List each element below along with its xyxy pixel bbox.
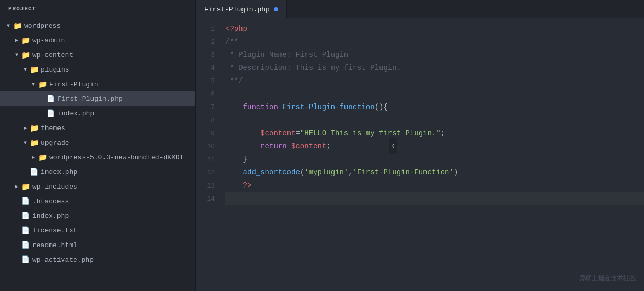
code-line-14 <box>225 192 644 205</box>
folder-icon: 📁 <box>21 51 30 60</box>
tree-item-label: First-Plugin.php <box>58 95 123 103</box>
folder-arrow: ▼ <box>4 23 13 29</box>
tree-item-label: index.php <box>41 168 77 176</box>
tab-first-plugin-php[interactable]: First-Plugin.php <box>196 0 287 18</box>
token-comment-star: * Description: This is my first Plugin. <box>225 62 401 75</box>
tree-item-wp-includes[interactable]: ▶📁wp-includes <box>0 179 196 194</box>
tree-item-wp-activate-php[interactable]: 📄wp-activate.php <box>0 252 196 267</box>
tree-item-label: upgrade <box>41 139 70 147</box>
folder-arrow: ▼ <box>21 67 29 73</box>
sidebar-collapse-button[interactable]: ❮ <box>389 138 397 154</box>
tree-item-label: wp-content <box>32 51 73 59</box>
code-line-13: ?> <box>225 179 644 192</box>
token-plain: ; <box>441 127 445 140</box>
code-editor[interactable]: 1234567891011121314 <?php/** * Plugin Na… <box>196 18 644 291</box>
tree-item-wp-admin[interactable]: ▶📁wp-admin <box>0 33 196 48</box>
folder-icon: 📁 <box>21 182 30 191</box>
file-php-icon: 📄 <box>46 95 55 103</box>
token-plain <box>225 179 243 192</box>
folder-icon: 📁 <box>29 65 39 74</box>
tree-item-label: themes <box>41 124 65 132</box>
token-plain <box>225 153 243 166</box>
token-plain <box>225 127 260 140</box>
tree-item-wordpress-bundled[interactable]: ▶📁wordpress-5.0.3-new-bundled-dKXDI <box>0 150 196 165</box>
token-comment-star: * Plugin Name: First Plugin <box>225 49 348 62</box>
folder-arrow: ▼ <box>13 52 21 58</box>
token-plain <box>225 101 243 114</box>
code-line-6 <box>225 88 644 101</box>
token-param-str: 'First-Plugin-Function' <box>353 166 454 179</box>
editor-area: First-Plugin.php 1234567891011121314 <?p… <box>196 0 644 291</box>
line-number-3: 3 <box>200 49 215 62</box>
tree-item-index-php-plugin[interactable]: 📄index.php <box>0 106 196 121</box>
tree-item-label: wordpress-5.0.3-new-bundled-dKXDI <box>49 154 183 161</box>
code-line-7: function First-Plugin-function(){ <box>225 101 644 114</box>
line-number-10: 10 <box>200 140 215 153</box>
token-return: return <box>260 140 286 153</box>
file-tree: ▼📁wordpress▶📁wp-admin▼📁wp-content▼📁plugi… <box>0 18 196 267</box>
tree-item-wp-content[interactable]: ▼📁wp-content <box>0 48 196 62</box>
file-icon: 📄 <box>21 212 30 220</box>
file-icon: 📄 <box>21 226 30 235</box>
folder-icon: 📁 <box>13 21 22 30</box>
tree-item-upgrade[interactable]: ▼📁upgrade <box>0 135 196 150</box>
tree-item-license-txt[interactable]: 📄license.txt <box>0 223 196 238</box>
tree-item-first-plugin[interactable]: ▼📁First-Plugin <box>0 77 196 91</box>
tree-item-label: index.php <box>58 110 94 118</box>
tree-item-themes[interactable]: ▶📁themes <box>0 121 196 135</box>
code-line-2: /** <box>225 36 644 49</box>
watermark: @稀土掘金技术社区 <box>579 274 636 283</box>
editor-wrapper: ❮ First-Plugin.php 1234567891011121314 <… <box>196 0 644 291</box>
code-line-5: **/ <box>225 75 644 88</box>
code-line-11: } <box>225 153 644 166</box>
tree-item-readme-html[interactable]: 📄readme.html <box>0 238 196 252</box>
tree-item-index-php-content[interactable]: 📄index.php <box>0 165 196 179</box>
tree-item-wordpress[interactable]: ▼📁wordpress <box>0 18 196 33</box>
line-number-14: 14 <box>200 192 215 205</box>
code-line-10: return $content; <box>225 140 644 153</box>
tree-item-label: wp-activate.php <box>32 256 94 264</box>
file-icon: 📄 <box>46 109 55 118</box>
folder-arrow: ▶ <box>13 183 21 190</box>
line-number-13: 13 <box>200 179 215 192</box>
file-php-icon: 📄 <box>21 255 30 264</box>
folder-arrow: ▶ <box>13 37 21 43</box>
line-number-5: 5 <box>200 75 215 88</box>
tree-item-plugins[interactable]: ▼📁plugins <box>0 62 196 77</box>
folder-arrow: ▶ <box>29 154 38 160</box>
token-plain <box>225 166 243 179</box>
token-comment-star: /** <box>225 36 238 49</box>
tree-item-first-plugin-php[interactable]: 📄First-Plugin.php <box>0 91 196 106</box>
line-number-4: 4 <box>200 62 215 75</box>
folder-icon: 📁 <box>29 138 39 147</box>
token-string-val: "HELLO This is my first Plugin." <box>300 127 441 140</box>
line-number-11: 11 <box>200 153 215 166</box>
tree-item-index-php-root[interactable]: 📄index.php <box>0 208 196 223</box>
folder-icon: 📁 <box>38 153 47 162</box>
line-number-9: 9 <box>200 127 215 140</box>
folder-arrow: ▼ <box>21 140 29 146</box>
token-punctuation: } <box>243 153 247 166</box>
code-line-4: * Description: This is my first Plugin. <box>225 62 644 75</box>
tree-item-htaccess[interactable]: 📄.htaccess <box>0 194 196 208</box>
token-comment-star: **/ <box>225 75 243 88</box>
token-punctuation: ( <box>300 166 304 179</box>
line-number-8: 8 <box>200 114 215 127</box>
token-plain: ; <box>326 140 330 153</box>
token-plain: = <box>295 127 300 140</box>
line-number-2: 2 <box>200 36 215 49</box>
file-icon: 📄 <box>29 168 39 176</box>
tree-item-label: First-Plugin <box>49 80 98 88</box>
tree-item-label: plugins <box>41 66 70 74</box>
sidebar-header: Project <box>0 0 196 18</box>
token-keyword: function <box>243 101 278 114</box>
tab-label: First-Plugin.php <box>204 6 270 14</box>
line-numbers: 1234567891011121314 <box>196 22 221 287</box>
token-plain <box>225 140 260 153</box>
folder-arrow: ▶ <box>21 125 29 131</box>
code-lines[interactable]: <?php/** * Plugin Name: First Plugin * D… <box>221 22 644 287</box>
code-line-12: add_shortcode('myplugin','First-Plugin-F… <box>225 166 644 179</box>
folder-icon: 📁 <box>38 80 47 89</box>
token-punctuation: (){ <box>375 101 388 114</box>
tree-item-label: license.txt <box>32 227 77 235</box>
